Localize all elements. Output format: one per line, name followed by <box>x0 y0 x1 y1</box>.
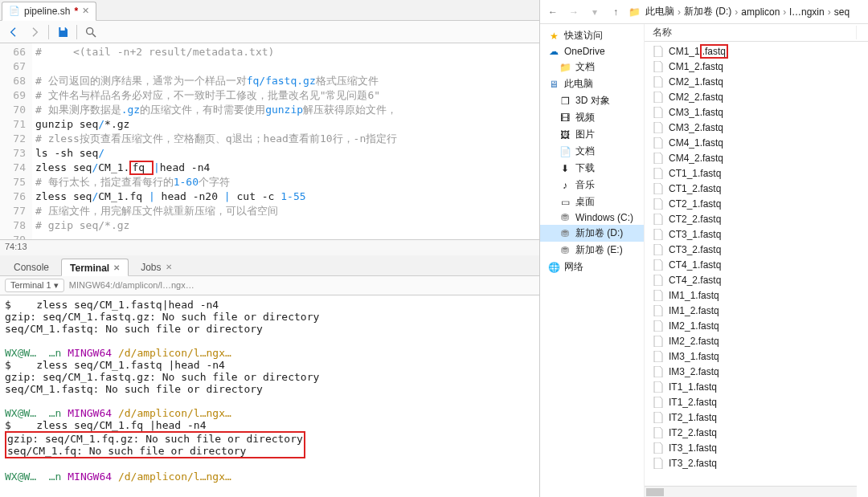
tree-item[interactable]: ★快速访问 <box>540 27 644 44</box>
tree-item[interactable]: ▭桌面 <box>540 194 644 210</box>
file-icon <box>653 305 664 316</box>
horizontal-scrollbar[interactable] <box>645 486 857 497</box>
file-icon <box>653 458 664 469</box>
file-list-pane: 名称 CM1_1.fastqCM1_2.fastqCM2_1.fastqCM2_… <box>645 24 868 497</box>
tree-item[interactable]: 🎞视频 <box>540 109 644 126</box>
file-row[interactable]: IM2_2.fastq <box>645 333 868 348</box>
breadcrumb[interactable]: 此电脑›新加卷 (D:)›amplicon›l…ngxin›seq <box>645 5 863 18</box>
tab-console[interactable]: Console <box>5 258 58 275</box>
desktop-icon: ▭ <box>559 197 571 208</box>
cube-icon: ❒ <box>559 96 571 107</box>
close-icon[interactable]: ✕ <box>166 263 172 271</box>
explorer-nav: ← → ▾ ↑ 📁 此电脑›新加卷 (D:)›amplicon›l…ngxin›… <box>540 0 868 24</box>
editor-tabs: 📄 pipeline.sh* ✕ <box>0 0 539 21</box>
tab-jobs[interactable]: Jobs✕ <box>132 258 180 275</box>
folder-tree[interactable]: ★快速访问☁OneDrive📁文档🖥此电脑❒3D 对象🎞视频🖼图片📄文档⬇下载♪… <box>540 24 645 497</box>
editor-tab-label: pipeline.sh <box>24 6 70 17</box>
file-icon <box>653 244 664 255</box>
file-row[interactable]: CM2_1.fastq <box>645 74 868 89</box>
save-button[interactable] <box>54 23 72 41</box>
file-row[interactable]: CT3_1.fastq <box>645 226 868 242</box>
pc-icon: 🖥 <box>548 79 559 90</box>
terminal-path-hint: MINGW64:/d/amplicon/l…ngx… <box>69 280 194 290</box>
file-row[interactable]: CT3_2.fastq <box>645 242 868 257</box>
tree-item[interactable]: ⛃新加卷 (D:) <box>540 225 644 242</box>
folder-icon: 📁 <box>628 6 641 18</box>
file-row[interactable]: IT1_1.fastq <box>645 379 868 394</box>
music-icon: ♪ <box>559 180 571 191</box>
svg-rect-0 <box>60 27 64 31</box>
tree-item[interactable]: ⛃Windows (C:) <box>540 210 644 225</box>
file-row[interactable]: IM3_1.fastq <box>645 348 868 364</box>
file-row[interactable]: CT2_2.fastq <box>645 211 868 226</box>
file-row[interactable]: IM1_2.fastq <box>645 303 868 318</box>
file-row[interactable]: CM3_1.fastq <box>645 104 868 120</box>
file-icon <box>653 229 664 240</box>
nav-up-button[interactable]: ↑ <box>608 4 624 20</box>
crumb-item[interactable]: l…ngxin <box>789 6 824 18</box>
code-editor[interactable]: 6667686970717273747576777879808182 # <(t… <box>0 43 539 239</box>
file-row[interactable]: IT3_1.fastq <box>645 440 868 455</box>
file-row[interactable]: CM3_2.fastq <box>645 120 868 135</box>
file-icon <box>653 275 664 286</box>
tree-item[interactable]: ❒3D 对象 <box>540 92 644 109</box>
net-icon: 🌐 <box>548 262 559 273</box>
svg-line-2 <box>92 34 96 37</box>
script-icon: 📄 <box>9 6 20 16</box>
tree-item[interactable]: ⬇下载 <box>540 160 644 177</box>
nav-forward-button[interactable]: → <box>566 4 582 20</box>
toolbar-divider <box>76 25 77 39</box>
file-row[interactable]: CM1_1.fastq <box>645 43 868 59</box>
tree-item[interactable]: 📁文档 <box>540 59 644 75</box>
file-row[interactable]: IM3_2.fastq <box>645 364 868 379</box>
tab-terminal[interactable]: Terminal✕ <box>61 259 129 276</box>
back-button[interactable] <box>5 23 23 41</box>
file-icon <box>653 427 664 438</box>
tree-item[interactable]: 🌐网络 <box>540 259 644 275</box>
drive-icon: ⛃ <box>559 212 571 223</box>
file-icon <box>653 168 664 179</box>
download-icon: ⬇ <box>559 163 571 174</box>
tree-item[interactable]: 🖥此电脑 <box>540 75 644 92</box>
file-row[interactable]: IM2_1.fastq <box>645 318 868 333</box>
editor-tab-pipeline[interactable]: 📄 pipeline.sh* ✕ <box>2 2 96 21</box>
file-row[interactable]: IM1_1.fastq <box>645 287 868 303</box>
crumb-item[interactable]: seq <box>834 6 850 18</box>
file-row[interactable]: IT1_2.fastq <box>645 394 868 409</box>
file-row[interactable]: CT1_2.fastq <box>645 181 868 196</box>
code-area[interactable]: # <(tail -n+2 result/metadata.txt)# 公司返回… <box>32 43 539 239</box>
file-icon <box>653 92 664 103</box>
close-icon[interactable]: ✕ <box>113 263 120 272</box>
file-row[interactable]: IT2_1.fastq <box>645 409 868 425</box>
file-icon <box>653 259 664 271</box>
file-row[interactable]: CT1_1.fastq <box>645 165 868 181</box>
close-icon[interactable]: ✕ <box>82 6 89 16</box>
file-list[interactable]: CM1_1.fastqCM1_2.fastqCM2_1.fastqCM2_2.f… <box>645 42 868 497</box>
tree-item[interactable]: ⛃新加卷 (E:) <box>540 242 644 259</box>
file-row[interactable]: CM4_1.fastq <box>645 135 868 150</box>
nav-back-button[interactable]: ← <box>545 4 561 20</box>
terminal[interactable]: $ zless seq/CM_1.fastq|head -n4gzip: seq… <box>0 295 539 498</box>
terminal-selector[interactable]: Terminal 1 ▾ <box>5 279 64 292</box>
file-row[interactable]: CT4_2.fastq <box>645 272 868 287</box>
tree-item[interactable]: ♪音乐 <box>540 177 644 194</box>
tree-item[interactable]: 📄文档 <box>540 143 644 160</box>
nav-recent-button[interactable]: ▾ <box>587 4 603 20</box>
find-button[interactable] <box>82 23 100 41</box>
file-row[interactable]: IT3_2.fastq <box>645 455 868 471</box>
file-row[interactable]: IT2_2.fastq <box>645 425 868 440</box>
crumb-item[interactable]: 新加卷 (D:) <box>684 5 731 18</box>
file-row[interactable]: CT4_1.fastq <box>645 257 868 272</box>
file-row[interactable]: CM2_2.fastq <box>645 89 868 104</box>
file-row[interactable]: CM1_2.fastq <box>645 59 868 74</box>
tree-item[interactable]: 🖼图片 <box>540 126 644 143</box>
file-row[interactable]: CT2_1.fastq <box>645 196 868 211</box>
scrollbar-thumb[interactable] <box>646 488 664 496</box>
column-name[interactable]: 名称 <box>645 26 857 39</box>
crumb-item[interactable]: amplicon <box>741 6 780 18</box>
file-row[interactable]: CM4_2.fastq <box>645 150 868 165</box>
crumb-item[interactable]: 此电脑 <box>645 5 674 18</box>
column-headers[interactable]: 名称 <box>645 24 868 42</box>
forward-button[interactable] <box>26 23 43 41</box>
tree-item[interactable]: ☁OneDrive <box>540 44 644 59</box>
